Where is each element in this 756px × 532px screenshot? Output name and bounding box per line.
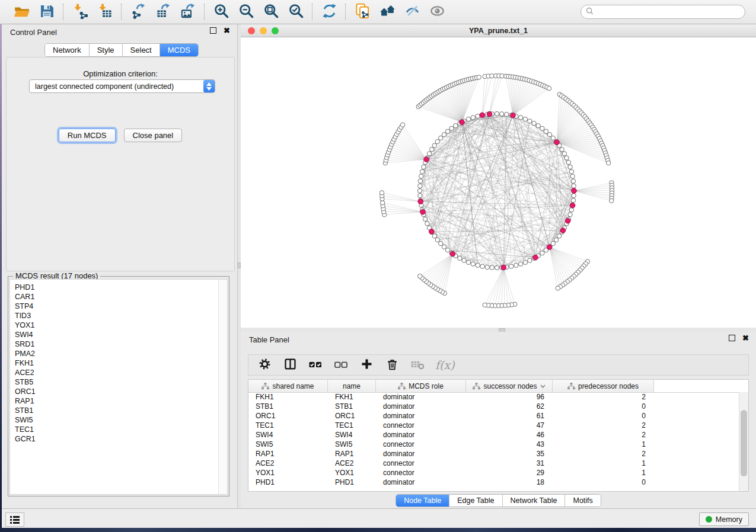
network-graph[interactable]: [241, 37, 756, 328]
scrollbar-thumb[interactable]: [741, 410, 747, 476]
settings-button[interactable]: [257, 357, 272, 373]
node-table-header: shared namenameMCDS rolesuccessor nodesp…: [248, 380, 748, 393]
column-header-shared-name[interactable]: shared name: [248, 380, 328, 392]
column-header-label: shared name: [272, 382, 314, 390]
show-all-button[interactable]: [429, 4, 445, 20]
result-node-item[interactable]: RAP1: [15, 396, 219, 406]
result-node-item[interactable]: ORC1: [15, 387, 219, 396]
optimization-criterion-dropdown[interactable]: largest connected component (undirected): [29, 79, 215, 93]
zoom-selected-button[interactable]: [288, 4, 304, 20]
result-node-item[interactable]: CAR1: [15, 292, 219, 302]
refresh-button[interactable]: [321, 4, 337, 20]
control-panel: Control Panel ✖ NetworkStyleSelectMCDS O…: [2, 24, 238, 508]
close-panel-icon[interactable]: ✖: [742, 335, 749, 341]
zoom-out-icon: [238, 3, 254, 21]
deselect-all-button[interactable]: [333, 357, 349, 373]
result-node-item[interactable]: SRD1: [15, 339, 219, 349]
export-image-button[interactable]: [180, 4, 196, 20]
result-node-item[interactable]: STB1: [15, 406, 219, 415]
table-cell: SWI5: [328, 440, 376, 448]
export-table-button[interactable]: [155, 4, 171, 20]
result-node-item[interactable]: YOX1: [15, 321, 219, 330]
column-header-successor-nodes[interactable]: successor nodes: [466, 380, 553, 392]
tab-node-table[interactable]: Node Table: [396, 495, 449, 507]
import-table-button[interactable]: [97, 4, 113, 20]
delete-button[interactable]: [384, 357, 400, 373]
table-row[interactable]: TEC1TEC1connector472: [248, 421, 739, 430]
table-row[interactable]: FKH1FKH1dominator962: [248, 392, 739, 402]
result-node-item[interactable]: PMA2: [15, 349, 219, 358]
horizontal-splitter[interactable]: [241, 328, 756, 332]
table-cell: TEC1: [328, 421, 376, 430]
close-panel-icon[interactable]: ✖: [224, 28, 230, 33]
search-input[interactable]: [596, 7, 745, 17]
zoom-selected-icon: [288, 3, 304, 21]
table-row[interactable]: ACE2ACE2connector311: [248, 459, 739, 468]
close-panel-button[interactable]: Close panel: [124, 129, 183, 142]
function-builder-icon: f(x): [435, 358, 455, 371]
result-node-item[interactable]: GCR1: [15, 434, 219, 444]
table-row[interactable]: ORC1ORC1dominator610: [248, 411, 739, 421]
tab-mcds[interactable]: MCDS: [160, 44, 198, 56]
float-panel-icon[interactable]: [210, 27, 216, 34]
zoom-fit-button[interactable]: [263, 4, 279, 20]
column-header-name[interactable]: name: [328, 380, 376, 392]
table-row[interactable]: YOX1YOX1connector291: [248, 468, 739, 477]
search-field[interactable]: [580, 5, 745, 19]
result-node-item[interactable]: PHD1: [15, 283, 219, 292]
select-all-button[interactable]: [308, 357, 323, 373]
memory-button[interactable]: Memory: [699, 512, 749, 526]
tab-network-table[interactable]: Network Table: [503, 495, 566, 507]
result-node-item[interactable]: STB5: [15, 377, 219, 387]
run-mcds-button[interactable]: Run MCDS: [59, 129, 116, 142]
table-cell: 62: [466, 402, 553, 411]
zoom-out-button[interactable]: [238, 4, 254, 20]
first-neighbors-button[interactable]: [379, 4, 395, 20]
table-scrollbar[interactable]: [739, 392, 748, 491]
table-row[interactable]: SWI4SWI4dominator462: [248, 430, 739, 440]
column-header-predecessor-nodes[interactable]: predecessor nodes: [553, 380, 654, 392]
new-network-from-selection-button[interactable]: [354, 4, 371, 20]
result-list-scrollbar[interactable]: [218, 280, 227, 494]
tab-select[interactable]: Select: [123, 44, 160, 56]
application-window: Control Panel ✖ NetworkStyleSelectMCDS O…: [0, 0, 756, 532]
tab-motifs[interactable]: Motifs: [565, 495, 600, 507]
result-node-item[interactable]: TID3: [15, 311, 219, 321]
zoom-in-icon: [213, 3, 229, 21]
column-header-MCDS-role[interactable]: MCDS role: [376, 380, 466, 392]
import-network-button[interactable]: [72, 4, 88, 20]
node-table-body: FKH1FKH1dominator962STB1STB1dominator620…: [248, 392, 739, 491]
export-network-button[interactable]: [130, 4, 146, 20]
tab-style[interactable]: Style: [90, 44, 123, 56]
table-row[interactable]: PHD1PHD1dominator180: [248, 477, 739, 487]
save-button[interactable]: [39, 4, 55, 20]
table-cell: connector: [376, 469, 466, 477]
columns-button[interactable]: [282, 357, 298, 373]
tab-edge-table[interactable]: Edge Table: [449, 495, 502, 507]
node-table[interactable]: shared namenameMCDS rolesuccessor nodesp…: [248, 379, 749, 492]
save-icon: [39, 4, 55, 21]
network-canvas[interactable]: [241, 37, 756, 328]
column-type-icon: [567, 383, 575, 390]
network-window-titlebar[interactable]: YPA_prune.txt_1: [241, 24, 756, 37]
zoom-in-button[interactable]: [213, 4, 229, 20]
table-cell: SWI4: [328, 431, 376, 439]
result-node-item[interactable]: ACE2: [15, 368, 219, 377]
result-node-item[interactable]: FKH1: [15, 358, 219, 368]
table-row[interactable]: RAP1RAP1dominator352: [248, 449, 739, 459]
table-row[interactable]: SWI5SWI5connector431: [248, 440, 739, 449]
float-panel-icon[interactable]: [729, 335, 735, 341]
open-button[interactable]: [14, 4, 30, 20]
result-node-item[interactable]: SWI4: [15, 330, 219, 339]
tab-network[interactable]: Network: [45, 44, 90, 56]
table-cell: dominator: [376, 478, 466, 486]
result-node-item[interactable]: TEC1: [15, 425, 219, 434]
table-row[interactable]: STB1STB1dominator620: [248, 402, 739, 411]
table-panel-titlebar: Table Panel ✖: [241, 332, 756, 347]
result-node-item[interactable]: STP4: [15, 302, 219, 311]
task-history-button[interactable]: [5, 512, 24, 527]
mcds-result-list[interactable]: PHD1CAR1STP4TID3YOX1SWI4SRD1PMA2FKH1ACE2…: [9, 279, 228, 495]
add-button[interactable]: [359, 357, 374, 373]
result-node-item[interactable]: SWI5: [15, 415, 219, 425]
hide-selection-button[interactable]: [404, 4, 420, 20]
